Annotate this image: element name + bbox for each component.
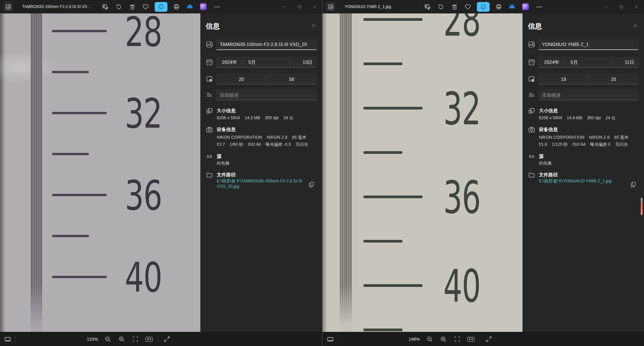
zoom-in-icon[interactable]	[116, 334, 127, 344]
onedrive-icon[interactable]	[508, 2, 516, 12]
ruler-tick	[52, 235, 89, 237]
calendar-icon	[528, 58, 535, 66]
photo-viewer[interactable]: 28 32 36 40	[0, 13, 200, 332]
info-panel-title: 信息	[206, 21, 220, 31]
ruler-number: 36	[443, 175, 481, 220]
ruler-photo: 28 32 36 40	[0, 13, 200, 332]
more-icon[interactable]	[212, 2, 221, 12]
favorite-heart-icon[interactable]	[463, 2, 472, 12]
image-icon	[206, 41, 213, 48]
minimize-button[interactable]	[599, 0, 614, 13]
camera-icon	[206, 126, 213, 133]
source-link-icon	[528, 153, 535, 160]
fit-to-window-icon[interactable]	[130, 334, 140, 344]
fullscreen-icon[interactable]	[484, 334, 494, 344]
close-button[interactable]	[629, 0, 644, 13]
date-month[interactable]: 5月	[243, 59, 290, 66]
titlebar: YONGNUO YN85 Z_1.jpg	[323, 0, 644, 13]
date-day[interactable]: 13日	[290, 59, 316, 66]
photos-app-icon[interactable]	[3, 2, 13, 11]
ruler-tick	[363, 196, 423, 198]
rotate-icon[interactable]	[114, 2, 123, 12]
file-name-field[interactable]: YONGNUO YN85 Z_1	[538, 39, 639, 50]
ruler-tick	[363, 284, 423, 287]
file-path-link[interactable]: E:\画质\新卡\TAMRON35-150mm F2-2.8 Di III VX…	[217, 178, 308, 189]
favorite-heart-icon[interactable]	[141, 2, 150, 12]
more-icon[interactable]	[535, 2, 543, 12]
ruler-edge-stripes	[340, 13, 352, 332]
info-panel: 信息 YONGNUO YN85 Z_1 2024年 5月 11日 19 25	[523, 13, 644, 332]
delete-icon[interactable]	[450, 2, 459, 12]
copy-path-icon[interactable]	[307, 180, 315, 188]
edit-image-icon[interactable]	[101, 2, 110, 12]
date-day[interactable]: 11日	[612, 59, 638, 66]
description-field[interactable]	[538, 90, 639, 100]
device-info-line2: f/1.81/125 秒ISO 64曝光偏差 0无闪光	[539, 142, 640, 147]
ruler-number: 40	[443, 264, 481, 309]
file-name-field[interactable]: TAMRON35-150mm F2-2.8 Di III VXD_20	[216, 39, 317, 50]
date-field[interactable]: 2024年 5月 11日	[538, 57, 639, 68]
photos-window-right: YONGNUO YN85 Z_1.jpg	[322, 0, 644, 346]
time-icon	[528, 75, 535, 83]
ruler-tick	[52, 112, 107, 114]
actual-size-icon[interactable]: 1:1	[466, 334, 476, 344]
fit-to-window-icon[interactable]	[452, 334, 462, 344]
actual-size-icon[interactable]: 1:1	[144, 334, 154, 344]
clipchamp-icon[interactable]	[199, 2, 208, 12]
maximize-button[interactable]	[292, 0, 307, 13]
window-title: TAMRON35-150mm F2-2.8 Di III VX...	[22, 4, 91, 9]
copy-path-icon[interactable]	[629, 180, 637, 188]
description-input[interactable]	[216, 92, 316, 98]
clipchamp-icon[interactable]	[521, 2, 530, 12]
zoom-out-icon[interactable]	[425, 334, 435, 344]
date-year[interactable]: 2024年	[216, 59, 243, 66]
time-minute[interactable]: 25	[589, 77, 638, 82]
size-info-values: 8256 x 550414.3 MB300 dpi24 位	[217, 115, 318, 121]
zoom-out-icon[interactable]	[103, 334, 113, 344]
time-field[interactable]: 20 59	[216, 74, 317, 84]
date-month[interactable]: 5月	[565, 59, 611, 66]
statusbar: 133% 1:1	[0, 332, 322, 346]
zoom-in-icon[interactable]	[438, 334, 448, 344]
ruler-number: 40	[125, 257, 162, 298]
ruler-tick	[52, 71, 89, 73]
source-value: 此电脑	[539, 161, 640, 166]
fullscreen-icon[interactable]	[162, 334, 172, 344]
photos-app-icon[interactable]	[326, 2, 335, 11]
zoom-level: 133%	[87, 337, 98, 342]
delete-icon[interactable]	[128, 2, 137, 12]
print-icon[interactable]	[494, 2, 503, 12]
info-button-active[interactable]	[155, 2, 167, 12]
edit-image-icon[interactable]	[423, 2, 432, 12]
time-minute[interactable]: 59	[267, 77, 317, 82]
ruler-edge-stripes	[31, 13, 42, 332]
time-hour[interactable]: 20	[216, 77, 266, 82]
panel-scrollbar-thumb[interactable]	[641, 198, 643, 215]
description-input[interactable]	[539, 92, 638, 98]
info-panel-close-icon[interactable]	[310, 22, 317, 29]
info-panel-close-icon[interactable]	[632, 22, 639, 29]
filmstrip-icon[interactable]	[3, 334, 13, 344]
print-icon[interactable]	[172, 2, 181, 12]
description-field[interactable]	[216, 90, 317, 100]
onedrive-icon[interactable]	[186, 2, 194, 12]
close-button[interactable]	[307, 0, 322, 13]
size-info-label: 大小信息	[217, 108, 236, 114]
file-path-label: 文件路径	[217, 172, 236, 178]
maximize-button[interactable]	[614, 0, 629, 13]
date-year[interactable]: 2024年	[539, 59, 565, 66]
ruler-number: 36	[125, 175, 162, 216]
time-field[interactable]: 19 25	[538, 74, 639, 84]
filmstrip-icon[interactable]	[325, 334, 335, 344]
ruler-number: 32	[443, 87, 481, 131]
file-path-link[interactable]: E:\画质\新卡\YONGNUO YN85 Z_1.jpg	[539, 178, 630, 184]
info-button-active[interactable]	[477, 2, 490, 12]
ruler-number: 28	[443, 13, 481, 43]
rotate-icon[interactable]	[437, 2, 445, 12]
minimize-button[interactable]	[277, 0, 292, 13]
size-info-icon	[528, 107, 535, 115]
time-hour[interactable]: 19	[539, 77, 588, 82]
photo-viewer[interactable]: 28 32 36 40	[323, 13, 523, 332]
date-field[interactable]: 2024年 5月 13日	[216, 57, 317, 68]
ruler-number: 32	[125, 93, 162, 134]
